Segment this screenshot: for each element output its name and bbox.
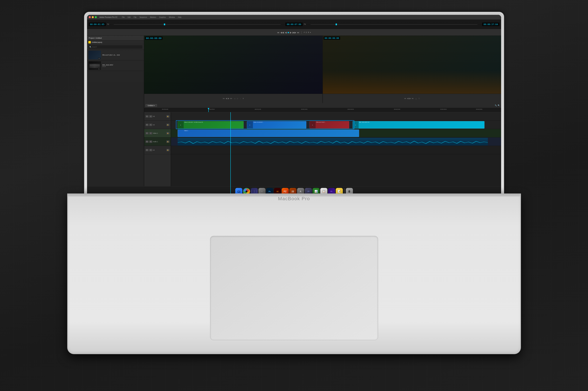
menu-window[interactable]: Window (169, 16, 175, 18)
menu-markers[interactable]: Markers (150, 16, 156, 18)
prg-btn-next[interactable]: ⏭ (412, 97, 414, 99)
program-controls: ⏮ ◀ ▶ ⏭ △ ▽ (323, 94, 501, 103)
track-lock-a2[interactable]: 🔒 (166, 149, 169, 151)
btn-step-back[interactable]: ◀◀ (280, 31, 284, 34)
track-lock-v1[interactable]: 🔒 (166, 132, 169, 134)
prg-btn-extract[interactable]: ▽ (418, 98, 420, 99)
menu-help[interactable]: Help (178, 16, 182, 18)
v2-clip-2[interactable]: ▶ Video 21.08.2017... (247, 121, 306, 128)
track-lock-v2[interactable]: 🔒 (166, 124, 169, 126)
ruler-playhead (208, 108, 209, 112)
v1-clip-1[interactable]: Video 1 (178, 130, 359, 137)
track-toggle-v2[interactable]: M (145, 124, 148, 126)
timeline-tab[interactable]: Untitled ≡ (145, 104, 157, 107)
ruler-mark-0: 00:00:00:00 (162, 109, 168, 110)
notes-icon: 📝 (338, 190, 341, 193)
prg-btn-play[interactable]: ▶ (409, 97, 411, 99)
btn-step-fwd[interactable]: ▶▶ (293, 31, 296, 34)
btn-loop[interactable]: ↺ (304, 31, 305, 33)
track-solo-v1[interactable]: S (149, 132, 152, 134)
btn-safe[interactable]: ⊡ (306, 31, 307, 33)
track-solo-v3[interactable]: S (149, 115, 152, 118)
launchpad-icon: ⋮⋮⋮ (250, 190, 258, 193)
menu-graphics[interactable]: Graphics (159, 16, 166, 18)
clip-thumb-3: ▶ (310, 121, 316, 128)
prg-btn-back[interactable]: ◀ (407, 97, 408, 99)
menu-file[interactable]: File (122, 16, 125, 18)
close-button[interactable] (89, 16, 91, 18)
filezilla-icon: FZ (284, 190, 286, 193)
source-monitor: 00:00:08:00 ⏮ ◀ ▶ ⏭ ◁ ▷ ↓ (144, 36, 323, 103)
timeline-section: Untitled ≡ 🔧 🔍 00:00:00:00 00:00:05:00 (144, 103, 501, 196)
prg-btn-prev[interactable]: ⏮ (404, 97, 406, 99)
v2-clip-3[interactable]: ▶ FRA 14.07.2017... (310, 121, 349, 128)
terminal-icon: iA (307, 190, 309, 193)
src-btn-out[interactable]: ▷ (237, 98, 238, 99)
btn-stop[interactable]: ■ (288, 31, 289, 34)
btn-play[interactable]: ▶ (290, 31, 292, 34)
fit-label-left: Fit (107, 23, 109, 25)
menu-edit[interactable]: Edit (128, 16, 131, 18)
ruler-mark-5: 00:00:05:00 (208, 109, 215, 110)
track-mute-a2[interactable]: M (145, 149, 148, 151)
track-solo-v2[interactable]: S (149, 124, 152, 126)
a2-track (171, 146, 501, 154)
timeline-tool-2[interactable]: 🔍 (498, 104, 500, 106)
program-video-preview: 00:00:08:00 (323, 36, 501, 94)
playhead-indicator-left[interactable] (164, 23, 165, 25)
track-header-v2: M S V2 🔒 (144, 121, 171, 129)
timeline-tool-1[interactable]: 🔧 (495, 104, 497, 106)
clip-name: Video 21.08.2017, 10:38:13.mov [V] (184, 122, 243, 123)
track-solo-a1[interactable]: S (149, 140, 152, 143)
progress-bar-left[interactable] (114, 24, 281, 25)
menu-clip[interactable]: Clip (133, 16, 136, 18)
src-btn-next[interactable]: ⏭ (230, 97, 232, 99)
track-lock-v3[interactable]: 🔒 (166, 115, 169, 118)
fullscreen-button[interactable] (95, 16, 97, 18)
tracks-canvas[interactable]: ▶ Video 21.08.2017, 10:38:13.mov [V] ▶ V… (171, 112, 501, 194)
src-btn-in[interactable]: ◁ (234, 98, 235, 99)
progress-bar-right[interactable] (311, 24, 478, 25)
btn-go-end[interactable]: ⏭ (297, 31, 299, 34)
src-btn-play[interactable]: ▶ (228, 97, 229, 99)
btn-go-start[interactable]: ⏮ (277, 31, 279, 34)
prg-btn-lift[interactable]: △ (415, 98, 417, 99)
monitors-row: 00:00:08:00 ⏮ ◀ ▶ ⏭ ◁ ▷ ↓ (144, 36, 501, 103)
btn-play-back[interactable]: ◀ (285, 31, 287, 34)
trackpad[interactable] (210, 236, 378, 340)
track-toggle-v1[interactable]: M (145, 132, 148, 134)
macbook-laptop: Adobe Premiere Pro CC File Edit Clip Seq… (59, 12, 529, 365)
track-toggle-v3[interactable]: M (145, 115, 148, 118)
menu-sequence[interactable]: Sequence (139, 16, 147, 18)
btn-add-marker[interactable]: ♦ (310, 31, 311, 33)
timeline-ruler[interactable]: 00:00:00:00 00:00:05:00 00:00:10:00 00:0… (144, 108, 501, 112)
v2-clip-4[interactable]: ▶ IMG_9101.MOV [V] (353, 121, 485, 128)
track-mute-a1[interactable]: M (145, 140, 148, 143)
v3-track (171, 112, 501, 121)
clip-item-1[interactable]: 9:02 Plik 14.07.2017, 21... 9:02 (87, 50, 144, 60)
project-file-icon (88, 41, 91, 43)
project-file-item[interactable]: Untitled.prproj (87, 40, 144, 44)
premiere-ui: Adobe Premiere Pro CC File Edit Clip Seq… (87, 15, 501, 196)
src-btn-back[interactable]: ◀ (226, 97, 227, 99)
v2-clip-1[interactable]: ▶ Video 21.08.2017, 10:38:13.mov [V] (178, 121, 244, 128)
track-solo-a2[interactable]: S (149, 149, 152, 151)
timeline-body: M S V3 🔒 M S V2 (144, 112, 501, 194)
src-btn-overwrite[interactable]: ⬇ (243, 98, 244, 99)
minimize-button[interactable] (92, 16, 94, 18)
btn-export[interactable]: ⬆ (308, 31, 309, 33)
clip-name-4: IMG_9101.MOV [V] (359, 122, 484, 123)
src-btn-prev[interactable]: ⏮ (223, 97, 225, 99)
playhead-indicator-right[interactable] (336, 23, 337, 25)
track-lock-a1[interactable]: 🔒 (166, 140, 169, 143)
project-panel-tab[interactable]: Project: Untitled (87, 36, 144, 40)
menu-bar: Adobe Premiere Pro CC File Edit Clip Seq… (87, 15, 501, 19)
a1-clip[interactable] (178, 138, 488, 146)
clip-thumb-2: ▶ (247, 121, 253, 128)
track-headers: M S V3 🔒 M S V2 (144, 112, 171, 194)
source-timecode2: 00:00:07:06 (285, 22, 303, 26)
illustrator-icon: Ai (276, 190, 278, 193)
src-btn-insert[interactable]: ↓ (240, 98, 241, 99)
clip-item-2[interactable]: 15:14 IMG_9101.MOV 15:14 (87, 60, 144, 71)
search-bar[interactable]: 🔍 Search (87, 44, 144, 50)
